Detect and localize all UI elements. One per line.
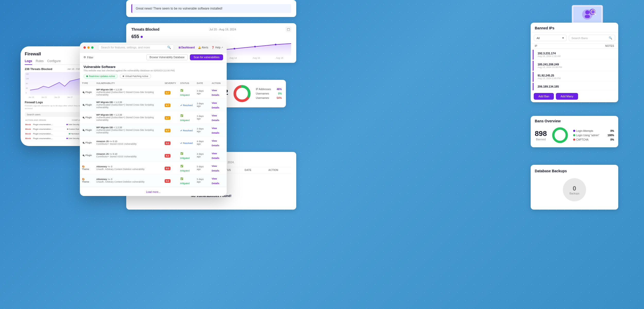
realtime-updates-badge: Real-time Updates Active — [83, 74, 118, 79]
vuln-table-head: TYPE VULNERABILITY SEVERITY STATUS DATE … — [80, 81, 227, 86]
lockouts-donut — [232, 84, 252, 103]
phone-stats-header: 238 Threats Blocked Jan 18 - Feb 1, 2022 — [25, 67, 89, 71]
cell-type: 🔌 Plugin — [80, 86, 94, 99]
filter-select[interactable]: All ▾ — [534, 35, 567, 41]
phone-tab-rules[interactable]: Rules — [36, 59, 44, 64]
laptop-illustration — [564, 3, 611, 24]
bans-overview-content: 898 Banned Login Attempts 0% — [535, 126, 614, 144]
cell-action: View Details — [210, 86, 227, 99]
svg-rect-9 — [287, 28, 290, 31]
virtual-patching-badge: Virtual Patching Active — [120, 74, 151, 79]
threats-date: Jul 20 - Aug 19, 2024 — [209, 28, 236, 31]
svg-point-4 — [585, 10, 589, 14]
ip-address-4: 206.189.134.185 — [538, 85, 559, 88]
th-severity: SEVERITY — [163, 81, 178, 86]
phone-chart-svg — [25, 72, 89, 95]
table-row: 🔌 Plugin WP Migrate DB < 1.2.33Authentic… — [80, 111, 227, 124]
bans-overview-title: Bans Overview — [535, 119, 614, 123]
view-details-link-4[interactable]: View Details — [212, 127, 219, 134]
lockouts-breakdown: IP Addresses 46% Usernames 0% Usernames … — [256, 88, 282, 99]
phone-search-bar[interactable]: 🔍 — [25, 112, 89, 117]
scan-button[interactable]: Scan for vulnerabilities — [190, 54, 223, 60]
phone-tab-logs[interactable]: Logs — [25, 59, 32, 65]
bans-count: 898 Banned — [535, 130, 547, 141]
nav-alerts[interactable]: 🔔 Alerts — [198, 46, 208, 49]
db-backups-title: Database Backups — [535, 169, 614, 173]
view-details-link-2[interactable]: View Details — [212, 102, 219, 109]
vuln-table-wrapper: TYPE VULNERABILITY SEVERITY STATUS DATE … — [80, 81, 227, 187]
layout-container: Great news! There seem to be no vulnerab… — [0, 0, 644, 309]
window-minimize-dot[interactable] — [87, 46, 90, 49]
add-ban-button[interactable]: Add Ban — [534, 93, 554, 100]
phone-search-input[interactable] — [27, 113, 82, 116]
svg-rect-5 — [585, 15, 590, 18]
nav-dashboard[interactable]: ⊞ Dashboard — [179, 46, 195, 49]
svg-point-18 — [254, 46, 256, 47]
window-expand-dot[interactable] — [91, 46, 94, 49]
pagination: Load more... — [80, 187, 227, 196]
modal-search[interactable]: Search for features, settings, and more … — [98, 45, 174, 50]
svg-point-17 — [234, 48, 235, 49]
banned-ips-table-header: IP NOTES — [531, 43, 618, 49]
view-details-link-8[interactable]: View Details — [212, 177, 219, 185]
database-backups-panel: Database Backups 0 Backups — [531, 165, 618, 210]
ip-row-4: 206.189.134.185 — [533, 83, 616, 90]
phone-logs-desc: Firewall Logs are stored for up to 90 da… — [25, 104, 89, 110]
phone-x-labels: Jan 18 Jan 21 Jan 24 Jan 27 Feb 1 — [25, 96, 89, 98]
modal-topbar: Search for features, settings, and more … — [80, 42, 227, 53]
ip-row-1: 192.3.231.174 Aug 19, 2024 2:18 AM — [533, 50, 616, 60]
view-details-link[interactable]: View Details — [212, 89, 219, 96]
load-more-link[interactable]: Load more... — [146, 191, 160, 193]
vuln-section-desc: This website was last checked against th… — [83, 69, 223, 72]
backups-count-label: Backups — [570, 192, 579, 195]
view-details-link-7[interactable]: View Details — [212, 165, 219, 172]
phone-table-header: ACTION AND ORIGIN COMPLETED BY — [25, 119, 89, 121]
backups-content: 0 Backups — [535, 174, 614, 205]
bans-row-2: Login Using "admin" 100% — [573, 134, 614, 137]
view-details-link-6[interactable]: View Details — [212, 152, 219, 159]
nav-help[interactable]: ❓ Help ↗ — [211, 46, 223, 49]
ip-row-3: 91.92.245.25 Aug 13, 2024 2:49 PM — [533, 72, 616, 82]
browse-vuln-button[interactable]: Browse Vulnerability Database — [146, 54, 188, 60]
backups-circle: 0 Backups — [563, 178, 586, 201]
add-many-button[interactable]: Add Many — [556, 93, 578, 100]
table-row: 🔌 Plugin WP Migrate DB < 1.2.33Authentic… — [80, 99, 227, 111]
phone-tabs: Logs Rules Configure — [25, 59, 89, 65]
window-close-dot[interactable] — [83, 46, 86, 49]
bans-breakdown-list: Login Attempts 0% Login Using "admin" 10… — [573, 130, 614, 141]
modal-search-text: Search for features, settings, and more — [101, 46, 150, 49]
filter-button[interactable]: ⚙ Filter — [83, 56, 93, 59]
ban-action-buttons: Add Ban Add Many — [531, 90, 618, 102]
svg-point-23 — [553, 128, 567, 142]
filter-icon: ⚙ — [83, 56, 86, 59]
phone-tab-configure[interactable]: Configure — [47, 59, 61, 64]
dot-green — [573, 134, 575, 136]
bans-donut — [551, 126, 569, 144]
view-details-link-3[interactable]: View Details — [212, 114, 219, 122]
th-type: TYPE — [80, 81, 94, 86]
bans-number: 898 — [535, 130, 547, 138]
threats-value: 655 — [131, 34, 291, 39]
threats-title: Threats Blocked — [131, 27, 159, 31]
ip-row-2: 185.241.208.249 Aug 13, 2024 10:38 PM — [533, 61, 616, 71]
calendar-icon[interactable] — [286, 27, 291, 32]
th-action: ACTION — [210, 81, 227, 86]
table-row: 🔌 Plugin Amazon JS <= 0.10Contributor+ S… — [80, 149, 227, 162]
search-bans-input[interactable]: Search Bans 🔍 — [569, 35, 615, 41]
svg-point-19 — [275, 44, 276, 45]
table-row: 🔌 Plugin Amazon JS <= 0.10Contributor+ S… — [80, 136, 227, 149]
col-ip: IP — [535, 45, 537, 47]
modal-toolbar: ⚙ Filter Browse Vulnerability Database S… — [80, 53, 227, 62]
banned-ips-title: Banned IPs — [535, 26, 554, 30]
vuln-section-header: Vulnerable Software This website was las… — [80, 62, 227, 73]
ip-address-2: 185.241.208.249 — [538, 63, 562, 66]
filter-label: Filter — [87, 56, 93, 59]
cell-plugin: WP Migrate DB < 1.2.33Authenticated (Sub… — [94, 86, 163, 99]
banned-ips-panel: Banned IPs All ▾ Search Bans 🔍 IP NOTES … — [531, 23, 618, 102]
view-details-link-5[interactable]: View Details — [212, 140, 219, 147]
good-news-banner: Great news! There seem to be no vulnerab… — [131, 4, 291, 13]
ip-date-2: Aug 13, 2024 10:38 PM — [538, 66, 562, 68]
th-vulnerability: VULNERABILITY — [94, 81, 163, 86]
search-icon: 🔍 — [167, 46, 171, 49]
ip-date-1: Aug 19, 2024 2:18 AM — [538, 55, 561, 57]
